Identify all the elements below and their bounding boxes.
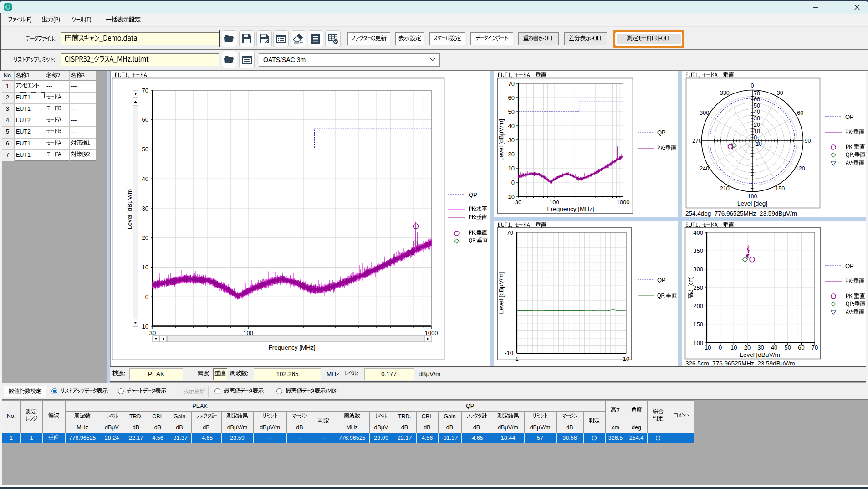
svg-text:-10: -10 — [140, 323, 148, 330]
svg-text:50: 50 — [142, 146, 148, 153]
svg-text:100: 100 — [549, 199, 559, 206]
svg-text:20: 20 — [142, 234, 148, 241]
svg-text:1000: 1000 — [425, 329, 438, 336]
svg-text:60: 60 — [142, 116, 148, 123]
svg-text:30: 30 — [142, 205, 148, 212]
svg-text:Frequency [MHz]: Frequency [MHz] — [547, 206, 594, 212]
svg-text:0: 0 — [511, 179, 515, 186]
svg-text:40: 40 — [508, 123, 515, 129]
svg-text:70: 70 — [508, 80, 515, 87]
svg-text:QP: QP — [657, 277, 666, 283]
svg-text:70: 70 — [507, 229, 513, 236]
svg-text:60: 60 — [508, 94, 515, 101]
svg-text:20: 20 — [508, 151, 515, 158]
svg-text:Level [dBμV/m]: Level [dBμV/m] — [498, 119, 505, 161]
svg-text:QP: QP — [845, 263, 854, 269]
svg-text:30: 30 — [508, 137, 515, 144]
svg-text:-10: -10 — [506, 193, 515, 200]
svg-text:10: 10 — [508, 165, 515, 172]
svg-text:Level [dBμV/m]: Level [dBμV/m] — [498, 272, 505, 314]
svg-text:QP: QP — [469, 191, 477, 198]
svg-text:Level [dBμV/m]: Level [dBμV/m] — [126, 187, 133, 229]
svg-text:-10: -10 — [505, 350, 513, 356]
svg-text:70: 70 — [142, 87, 148, 94]
svg-text:50: 50 — [508, 108, 515, 115]
svg-text:QP: QP — [845, 113, 854, 120]
svg-text:30: 30 — [149, 329, 156, 336]
svg-text:QP: QP — [657, 129, 666, 136]
svg-text:0: 0 — [145, 293, 148, 300]
svg-text:10: 10 — [142, 264, 148, 271]
svg-text:1: 1 — [515, 355, 518, 362]
svg-text:40: 40 — [142, 175, 148, 182]
svg-text:10: 10 — [623, 355, 629, 362]
svg-text:30: 30 — [515, 199, 521, 206]
svg-text:1000: 1000 — [617, 199, 630, 206]
svg-text:100: 100 — [243, 329, 253, 336]
svg-text:Frequency [MHz]: Frequency [MHz] — [269, 344, 316, 351]
